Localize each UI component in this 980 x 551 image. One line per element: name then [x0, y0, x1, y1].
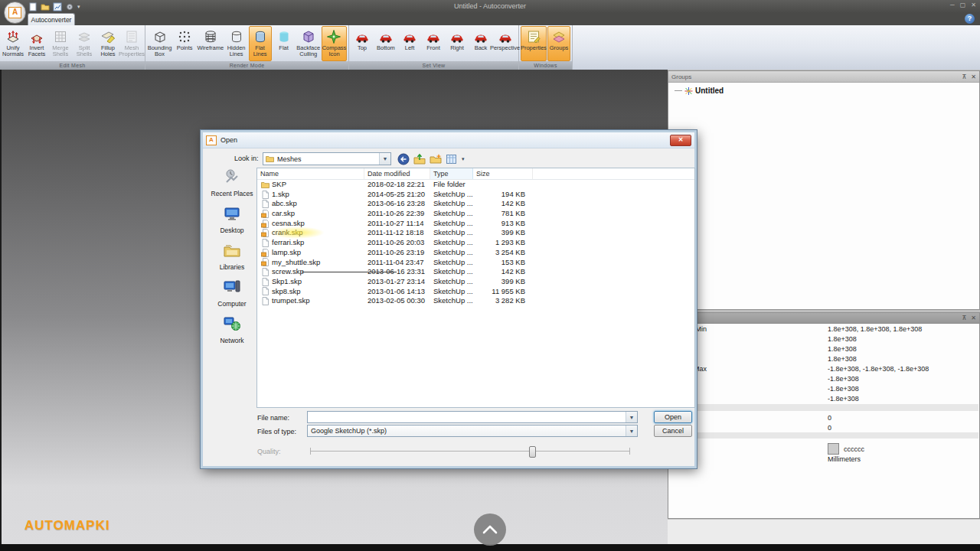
place-libraries[interactable]: Libraries [220, 241, 245, 271]
ribbon-button-hidden-lines[interactable]: HiddenLines [225, 26, 248, 61]
pin-icon[interactable]: ⊼ [962, 315, 966, 321]
file-row-car-skp[interactable]: car.skp2011-10-26 22:39SketchUp ...781 K… [257, 209, 694, 219]
cancel-button[interactable]: Cancel [654, 425, 692, 437]
qat-new-file-icon[interactable] [28, 2, 38, 11]
maximize-button[interactable]: ▢ [960, 2, 966, 9]
file-type: SketchUp ... [430, 258, 473, 268]
units-value: Millimeters [828, 455, 861, 463]
files-of-type-dropdown[interactable]: Google SketchUp (*.skp) ▼ [307, 425, 638, 437]
chevron-down-icon[interactable]: ▼ [379, 153, 390, 165]
pin-icon[interactable]: ⊼ [962, 73, 966, 80]
ribbon-button-flat[interactable]: Flat [273, 26, 296, 61]
place-recent-places[interactable]: Recent Places [211, 168, 253, 197]
file-size: 153 KB [473, 258, 533, 268]
ribbon-button-invert-facets[interactable]: InvertFacets [25, 26, 48, 61]
chevron-up-icon [482, 524, 498, 535]
close-icon[interactable]: ✕ [971, 73, 976, 80]
ribbon-button-perspective[interactable]: Perspective [493, 26, 517, 61]
ribbon-button-points[interactable]: Points [173, 26, 196, 61]
column-header-name[interactable]: Name [257, 168, 364, 179]
file-row-my-shuttle-skp[interactable]: my_shuttle.skp2011-11-04 23:47SketchUp .… [257, 258, 694, 268]
dialog-title-bar[interactable]: A Open ✕ [203, 132, 694, 148]
open-button[interactable]: Open [654, 411, 692, 423]
ribbon-button-backface-culling[interactable]: BackfaceCulling [296, 26, 321, 61]
minimize-button[interactable]: ─ [950, 2, 955, 9]
file-name: ferrari.skp [272, 238, 304, 248]
file-row-ferrari-skp[interactable]: ferrari.skp2011-10-26 20:03SketchUp ...1… [257, 238, 694, 248]
ribbon-button-top[interactable]: Top [351, 26, 374, 61]
ribbon-button-wireframe[interactable]: Wireframe [197, 26, 224, 61]
file-row-crank-skp[interactable]: crank.skp2011-11-12 18:18SketchUp ...399… [257, 228, 694, 238]
chevron-down-icon[interactable]: ▾ [462, 156, 465, 162]
ribbon-button-fillup-holes[interactable]: FillupHoles [96, 26, 119, 61]
ribbon-button-front[interactable]: Front [422, 26, 445, 61]
slider-thumb[interactable] [529, 446, 536, 458]
ribbon-button-bottom[interactable]: Bottom [374, 26, 397, 61]
invert-facets-icon [28, 28, 45, 45]
file-row-lamp-skp[interactable]: lamp.skp2011-10-26 23:19SketchUp ...3 25… [257, 248, 694, 258]
dialog-title: Open [220, 136, 237, 144]
ribbon-button-groups[interactable]: Groups [547, 26, 570, 61]
close-icon[interactable]: ✕ [971, 315, 976, 321]
property-value: 1.8e+308 [828, 345, 857, 353]
help-icon[interactable]: ? [965, 14, 975, 24]
file-name: cesna.skp [272, 219, 305, 229]
ribbon-button-flat-lines[interactable]: FlatLines [249, 26, 272, 61]
car-icon [354, 28, 371, 45]
qat-chart-icon[interactable] [53, 2, 62, 11]
ribbon-button-bounding-box[interactable]: BoundingBox [147, 26, 172, 61]
file-row-1-skp[interactable]: 1.skp2014-05-25 21:20SketchUp ...194 KB [257, 190, 694, 200]
dialog-close-button[interactable]: ✕ [670, 135, 691, 146]
place-computer[interactable]: Computer [217, 278, 246, 308]
file-row-skp8-skp[interactable]: skp8.skp2013-01-06 14:13SketchUp ...11 9… [257, 287, 694, 297]
up-folder-icon[interactable] [413, 153, 426, 165]
qat-open-folder-icon[interactable] [41, 2, 50, 11]
mesh-properties-icon [123, 28, 140, 45]
network-icon [223, 315, 241, 336]
skp-icon [261, 210, 270, 218]
column-header-type[interactable]: Type [430, 168, 473, 179]
file-date: 2013-01-27 23:14 [364, 277, 430, 287]
file-name-cell: screw.skp [257, 267, 364, 277]
file-name-cell: cesna.skp [257, 219, 364, 229]
ribbon-button-unify-normals[interactable]: UnifyNormals [2, 26, 24, 61]
file-name-input[interactable]: ▼ [307, 411, 638, 423]
back-nav-icon[interactable] [397, 153, 410, 165]
place-network[interactable]: Network [220, 315, 243, 344]
column-header-date-modified[interactable]: Date modified [364, 168, 430, 179]
file-row-skp[interactable]: SKP2018-02-18 22:21File folder [257, 180, 694, 190]
file-date: 2011-10-26 23:19 [364, 248, 430, 258]
views-icon[interactable] [446, 153, 458, 165]
file-row-abc-skp[interactable]: abc.skp2013-06-16 23:28SketchUp ...142 K… [257, 199, 694, 209]
ribbon-button-left[interactable]: Left [398, 26, 421, 61]
place-desktop[interactable]: Desktop [220, 204, 243, 234]
scroll-up-overlay-button[interactable] [474, 514, 506, 546]
file-icon [261, 200, 270, 208]
look-in-dropdown[interactable]: Meshes ▼ [263, 152, 391, 165]
file-type: SketchUp ... [430, 238, 473, 248]
file-row-skp1-skp[interactable]: Skp1.skp2013-01-27 23:14SketchUp ...399 … [257, 277, 694, 287]
ribbon-button-right[interactable]: Right [446, 26, 469, 61]
chevron-down-icon[interactable]: ▾ [77, 4, 80, 10]
file-row-screw-skp[interactable]: screw.skp2013-06-16 23:31SketchUp ...142… [257, 267, 694, 277]
ribbon-button-back[interactable]: Back [469, 26, 492, 61]
app-menu-button[interactable]: A [4, 2, 26, 24]
desktop-icon [223, 204, 241, 226]
ribbon-group-label: Render Mode [145, 61, 348, 70]
ribbon-button-properties[interactable]: Properties [521, 26, 547, 61]
color-swatch[interactable] [828, 443, 839, 455]
window-title: Untitled - Autoconverter [0, 0, 980, 12]
ribbon-button-compass-icon[interactable]: CompassIcon [322, 26, 347, 61]
file-row-trumpet-skp[interactable]: trumpet.skp2013-02-05 00:30SketchUp ...3… [257, 296, 694, 306]
groups-tree-item-untitled[interactable]: Untitled [668, 83, 979, 95]
groups-panel-title: Groups [671, 73, 691, 80]
chevron-down-icon[interactable]: ▼ [626, 425, 637, 436]
file-name-label: File name: [257, 414, 289, 422]
qat-settings-icon[interactable] [65, 2, 74, 11]
new-folder-icon[interactable] [430, 153, 442, 165]
column-header-size[interactable]: Size [473, 168, 533, 179]
file-row-cesna-skp[interactable]: cesna.skp2011-10-27 11:14SketchUp ...913… [257, 219, 694, 229]
close-button[interactable]: ✕ [971, 2, 976, 9]
tab-autoconverter[interactable]: Autoconverter [28, 13, 75, 26]
chevron-down-icon[interactable]: ▼ [626, 412, 637, 422]
